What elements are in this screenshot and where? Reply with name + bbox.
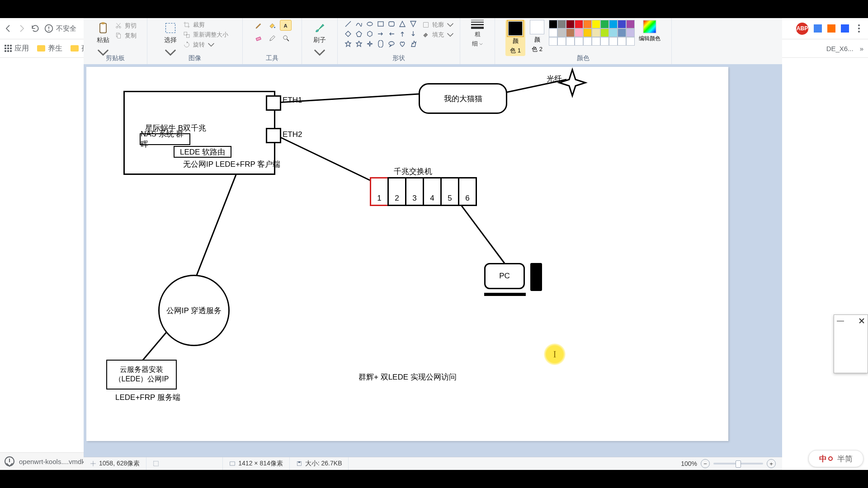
- ime-indicator[interactable]: 中 半简: [808, 450, 863, 467]
- shape-outline-button[interactable]: 轮廓: [422, 21, 454, 29]
- reload-icon[interactable]: [31, 24, 40, 33]
- crop-button[interactable]: 裁剪: [183, 21, 228, 29]
- paint-ribbon: 粘贴 剪切 复制 剪贴板 选择: [84, 18, 782, 65]
- mini-window-titlebar[interactable]: —: [834, 315, 868, 327]
- ribbon-group-brushes: 刷子: [302, 18, 338, 64]
- palette-swatch[interactable]: [609, 28, 618, 37]
- resize-button[interactable]: 重新调整大小: [183, 31, 228, 39]
- svg-line-17: [345, 21, 351, 27]
- minimize-icon[interactable]: —: [837, 317, 844, 325]
- palette-swatch[interactable]: [575, 20, 583, 28]
- outline-icon: [422, 21, 429, 28]
- ribbon-group-image: 选择 裁剪 重新调整大小 旋转 图像: [147, 18, 243, 64]
- bookmark-folder-1[interactable]: 养生: [37, 44, 62, 53]
- palette-swatch[interactable]: [618, 28, 626, 37]
- extensions-row: ABP: [782, 18, 868, 39]
- palette-swatch[interactable]: [618, 20, 626, 28]
- bookmark-item[interactable]: DE_X6...: [826, 45, 854, 52]
- palette-swatch[interactable]: [549, 28, 557, 37]
- palette-swatch[interactable]: [557, 20, 566, 28]
- svg-marker-25: [368, 31, 372, 37]
- extension-icon[interactable]: [827, 24, 835, 33]
- copy-button[interactable]: 复制: [115, 32, 137, 40]
- bookmarks-bar-left: 应用 养生 孩子: [0, 39, 84, 58]
- zoom-slider[interactable]: [713, 463, 763, 465]
- fiber-label: 光纤: [547, 74, 562, 84]
- palette-swatch[interactable]: [600, 37, 609, 46]
- close-icon[interactable]: [859, 318, 865, 324]
- svg-marker-23: [345, 31, 351, 37]
- color2-button[interactable]: 颜 色 2: [530, 20, 544, 53]
- ime-mode: 中: [819, 454, 833, 464]
- palette-swatch[interactable]: [626, 20, 635, 28]
- fill-icon: [422, 31, 429, 38]
- magnifier-tool[interactable]: [280, 33, 292, 43]
- palette-swatch[interactable]: [583, 28, 592, 37]
- palette-swatch[interactable]: [575, 28, 583, 37]
- color-palette[interactable]: [549, 20, 634, 45]
- palette-swatch[interactable]: [600, 20, 609, 28]
- apps-button[interactable]: 应用: [5, 44, 29, 53]
- palette-swatch[interactable]: [566, 20, 575, 28]
- url-security[interactable]: 不安全: [44, 24, 76, 33]
- svg-point-12: [274, 27, 275, 28]
- palette-swatch[interactable]: [592, 37, 600, 46]
- palette-swatch[interactable]: [583, 20, 592, 28]
- palette-swatch[interactable]: [549, 37, 557, 46]
- picker-tool[interactable]: [266, 33, 278, 43]
- floating-mini-window[interactable]: —: [834, 314, 868, 373]
- zoom-out-button[interactable]: −: [701, 459, 710, 468]
- palette-swatch[interactable]: [618, 37, 626, 46]
- shape-fill-button[interactable]: 填充: [422, 31, 454, 39]
- palette-swatch[interactable]: [600, 28, 609, 37]
- palette-swatch[interactable]: [566, 37, 575, 46]
- palette-swatch[interactable]: [566, 28, 575, 37]
- canvas-scroll-area[interactable]: ETH1 ETH2 星际蜗牛 B双千兆 NAS 系统 群晖 LEDE 软路由 无…: [84, 64, 782, 457]
- switch-title: 千兆交换机: [394, 166, 432, 177]
- palette-swatch[interactable]: [557, 28, 566, 37]
- palette-swatch[interactable]: [557, 37, 566, 46]
- palette-swatch[interactable]: [549, 20, 557, 28]
- switch-port-5: 5: [440, 177, 459, 206]
- palette-swatch[interactable]: [626, 28, 635, 37]
- palette-swatch[interactable]: [592, 20, 600, 28]
- fill-tool[interactable]: [266, 20, 278, 31]
- palette-swatch[interactable]: [592, 28, 600, 37]
- forward-icon[interactable]: [17, 24, 26, 33]
- palette-swatch[interactable]: [583, 37, 592, 46]
- adblock-icon[interactable]: ABP: [796, 23, 808, 35]
- zoom-thumb[interactable]: [736, 460, 741, 468]
- shape-gallery[interactable]: [344, 20, 418, 48]
- text-tool[interactable]: A: [280, 20, 292, 31]
- cut-button[interactable]: 剪切: [115, 22, 137, 30]
- edit-colors-button[interactable]: 编辑颜色: [638, 20, 661, 42]
- palette-swatch[interactable]: [626, 37, 635, 46]
- status-cursor-pos: 1058, 628像素: [84, 457, 146, 470]
- download-bar[interactable]: openwrt-kools....vmdk: [0, 452, 93, 470]
- download-filename: openwrt-kools....vmdk: [19, 458, 85, 465]
- zoom-control: 100% − +: [675, 459, 782, 468]
- eraser-tool[interactable]: [253, 33, 264, 43]
- modem-label: 我的大猫猫: [444, 94, 482, 104]
- rotate-icon: [183, 41, 190, 48]
- thickness-button[interactable]: 粗 细: [469, 20, 486, 48]
- shape-fill-label: 填充: [432, 31, 444, 39]
- paste-label: 粘贴: [97, 36, 109, 44]
- bookmark-overflow[interactable]: »: [860, 45, 863, 52]
- extension-icon[interactable]: [841, 24, 849, 33]
- palette-swatch[interactable]: [575, 37, 583, 46]
- color1-button[interactable]: 颜 色 1: [505, 20, 525, 56]
- palette-swatch[interactable]: [609, 37, 618, 46]
- back-icon[interactable]: [4, 24, 13, 33]
- canvas[interactable]: ETH1 ETH2 星际蜗牛 B双千兆 NAS 系统 群晖 LEDE 软路由 无…: [86, 67, 728, 441]
- extension-icon[interactable]: [814, 24, 822, 33]
- zoom-in-button[interactable]: +: [767, 459, 776, 468]
- pencil-tool[interactable]: [253, 20, 264, 31]
- svg-rect-31: [643, 20, 656, 33]
- bookmark-folder-2[interactable]: 孩子: [71, 44, 84, 53]
- menu-icon[interactable]: [858, 28, 860, 29]
- rotate-button[interactable]: 旋转: [183, 41, 228, 49]
- palette-swatch[interactable]: [609, 20, 618, 28]
- brush-button[interactable]: 刷子: [311, 20, 329, 61]
- ribbon-group-shapes: 轮廓 填充 形状: [338, 18, 460, 64]
